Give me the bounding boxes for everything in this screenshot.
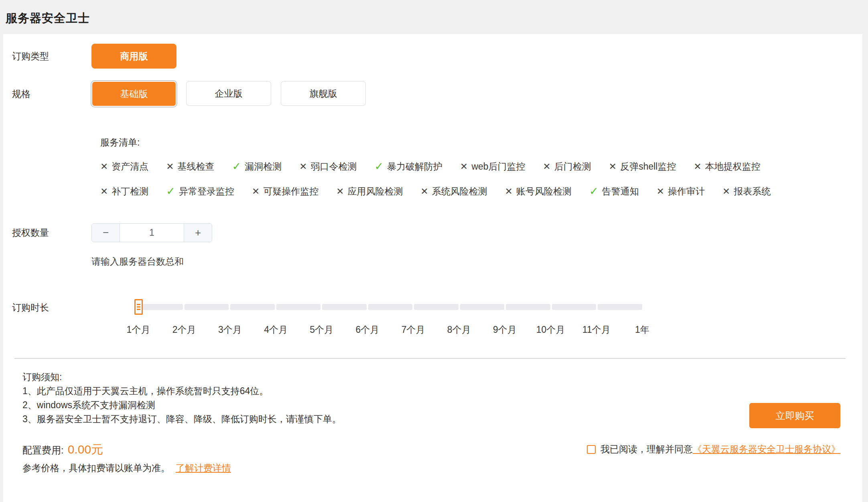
slider-track[interactable] bbox=[138, 304, 642, 310]
billing-details-link[interactable]: 了解计费详情 bbox=[176, 463, 231, 473]
service-item: ✓告警通知 bbox=[589, 184, 639, 198]
service-item-label: 告警通知 bbox=[602, 185, 639, 198]
check-icon: ✓ bbox=[166, 186, 175, 197]
slider-segment[interactable] bbox=[276, 304, 321, 310]
service-item-label: 系统风险检测 bbox=[432, 185, 487, 198]
handle-grip-icon bbox=[137, 309, 140, 310]
cross-icon: ✕ bbox=[505, 187, 513, 196]
service-item-label: 报表系统 bbox=[734, 185, 771, 198]
slider-segment[interactable] bbox=[138, 304, 183, 310]
fee-value: 0.00元 bbox=[68, 441, 103, 458]
service-item-label: 弱口令检测 bbox=[310, 160, 357, 173]
quantity-hint: 请输入服务器台数总和 bbox=[91, 255, 854, 268]
slider-segment[interactable] bbox=[368, 304, 413, 310]
slider-tick-label[interactable]: 1个月 bbox=[127, 324, 150, 336]
slider-tick-label[interactable]: 7个月 bbox=[402, 324, 425, 336]
fee-label: 配置费用: bbox=[22, 444, 64, 457]
service-item: ✕补丁检测 bbox=[100, 184, 148, 198]
slider-segment[interactable] bbox=[460, 304, 505, 310]
service-item: ✕web后门监控 bbox=[460, 159, 525, 174]
service-row: ✕补丁检测✓异常登录监控✕可疑操作监控✕应用风险检测✕系统风险检测✕账号风险检测… bbox=[100, 184, 854, 198]
order-type-label: 订购类型 bbox=[12, 44, 91, 69]
service-item: ✕弱口令检测 bbox=[299, 159, 357, 174]
slider-tick-label[interactable]: 9个月 bbox=[493, 324, 517, 336]
cross-icon: ✕ bbox=[694, 162, 701, 171]
service-item: ✓异常登录监控 bbox=[166, 184, 234, 198]
slider-tick-label[interactable]: 10个月 bbox=[536, 324, 565, 336]
slider-tick-label[interactable]: 8个月 bbox=[447, 324, 471, 336]
service-item-label: 可疑操作监控 bbox=[263, 185, 318, 198]
duration-slider[interactable]: 1个月2个月3个月4个月5个月6个月7个月8个月9个月10个月11个月1年 bbox=[138, 304, 642, 336]
fee-block: 配置费用: 0.00元 参考价格，具体扣费请以账单为准。了解计费详情 bbox=[22, 441, 341, 474]
spec-option[interactable]: 旗舰版 bbox=[281, 81, 366, 106]
spec-option[interactable]: 基础版 bbox=[91, 81, 176, 107]
slider-segment[interactable] bbox=[322, 304, 367, 310]
slider-tick-label[interactable]: 6个月 bbox=[356, 324, 379, 336]
cross-icon: ✕ bbox=[722, 187, 730, 196]
quantity-decrease-button[interactable]: − bbox=[92, 224, 120, 242]
handle-grip-icon bbox=[137, 306, 140, 308]
slider-tick-label[interactable]: 3个月 bbox=[218, 324, 242, 336]
spec-option[interactable]: 企业版 bbox=[186, 81, 271, 106]
quantity-input[interactable]: 1 bbox=[120, 224, 184, 242]
slider-handle[interactable] bbox=[134, 299, 143, 315]
slider-tick-label[interactable]: 2个月 bbox=[172, 324, 196, 336]
service-item-label: 操作审计 bbox=[668, 185, 705, 198]
cross-icon: ✕ bbox=[420, 187, 428, 196]
buy-now-button[interactable]: 立即购买 bbox=[749, 403, 840, 428]
quantity-stepper: − 1 + bbox=[91, 223, 212, 242]
service-item-label: 暴力破解防护 bbox=[387, 160, 442, 173]
cross-icon: ✕ bbox=[100, 162, 108, 171]
service-row: ✕资产清点✕基线检查✓漏洞检测✕弱口令检测✓暴力破解防护✕web后门监控✕后门检… bbox=[100, 159, 854, 174]
service-list-title: 服务清单: bbox=[100, 136, 854, 149]
service-item-label: 本地提权监控 bbox=[705, 160, 761, 173]
service-item-label: 资产清点 bbox=[112, 160, 148, 173]
service-item: ✓暴力破解防护 bbox=[374, 159, 442, 174]
service-item: ✕后门检测 bbox=[543, 159, 591, 174]
service-item-label: 账号风险检测 bbox=[516, 185, 572, 198]
slider-tick-label[interactable]: 4个月 bbox=[264, 324, 288, 336]
slider-segment[interactable] bbox=[230, 304, 275, 310]
order-type-option[interactable]: 商用版 bbox=[91, 44, 176, 69]
slider-segment[interactable] bbox=[414, 304, 458, 310]
service-item: ✕账号风险检测 bbox=[505, 184, 572, 198]
cross-icon: ✕ bbox=[336, 187, 344, 196]
slider-segment[interactable] bbox=[185, 304, 229, 310]
service-item-label: 补丁检测 bbox=[112, 185, 148, 198]
notes-line: 1、此产品仅适用于天翼云主机，操作系统暂时只支持64位。 bbox=[22, 384, 341, 398]
check-icon: ✓ bbox=[589, 186, 598, 197]
slider-segment[interactable] bbox=[506, 304, 550, 310]
service-item-label: 后门检测 bbox=[554, 160, 591, 173]
service-list-section: 服务清单: ✕资产清点✕基线检查✓漏洞检测✕弱口令检测✓暴力破解防护✕web后门… bbox=[100, 136, 854, 198]
slider-segment[interactable] bbox=[552, 304, 596, 310]
slider-tick-labels: 1个月2个月3个月4个月5个月6个月7个月8个月9个月10个月11个月1年 bbox=[138, 324, 642, 336]
slider-segment[interactable] bbox=[598, 304, 642, 310]
service-item: ✕基线检查 bbox=[166, 159, 214, 174]
slider-tick-label[interactable]: 11个月 bbox=[582, 324, 610, 336]
notes-and-pricing: 订购须知: 1、此产品仅适用于天翼云主机，操作系统暂时只支持64位。 2、win… bbox=[22, 370, 341, 474]
agreement-link[interactable]: 《天翼云服务器安全卫士服务协议》 bbox=[693, 443, 840, 455]
cross-icon: ✕ bbox=[609, 162, 617, 171]
bottom-section: 订购须知: 1、此产品仅适用于天翼云主机，操作系统暂时只支持64位。 2、win… bbox=[12, 359, 854, 474]
spec-label: 规格 bbox=[12, 81, 91, 107]
service-item-label: 基线检查 bbox=[178, 160, 215, 173]
agreement-text: 我已阅读，理解并同意 bbox=[600, 443, 693, 455]
page-title: 服务器安全卫士 bbox=[6, 10, 868, 26]
spec-options: 基础版企业版旗舰版 bbox=[91, 81, 366, 107]
page-header: 服务器安全卫士 bbox=[0, 0, 868, 34]
service-item: ✕报表系统 bbox=[722, 184, 771, 198]
check-icon: ✓ bbox=[374, 161, 383, 172]
notes-line: 3、服务器安全卫士暂不支持退订、降容、降级、降低订购时长，请谨慎下单。 bbox=[22, 412, 341, 426]
slider-tick-label[interactable]: 5个月 bbox=[310, 324, 333, 336]
agreement-checkbox[interactable] bbox=[587, 445, 596, 454]
service-item: ✕操作审计 bbox=[657, 184, 705, 198]
slider-tick-label[interactable]: 1年 bbox=[635, 324, 649, 336]
service-item: ✕本地提权监控 bbox=[694, 159, 760, 174]
quantity-increase-button[interactable]: + bbox=[184, 224, 212, 242]
service-item-label: 异常登录监控 bbox=[179, 185, 234, 198]
handle-grip-icon bbox=[137, 304, 140, 305]
duration-row: 订购时长 1个月2个月3个月4个月5个月6个月7个月8个月9个月10个月11个月… bbox=[12, 299, 854, 336]
order-type-row: 订购类型 商用版 bbox=[12, 44, 854, 69]
cross-icon: ✕ bbox=[252, 187, 260, 196]
service-item-label: 应用风险检测 bbox=[347, 185, 403, 198]
